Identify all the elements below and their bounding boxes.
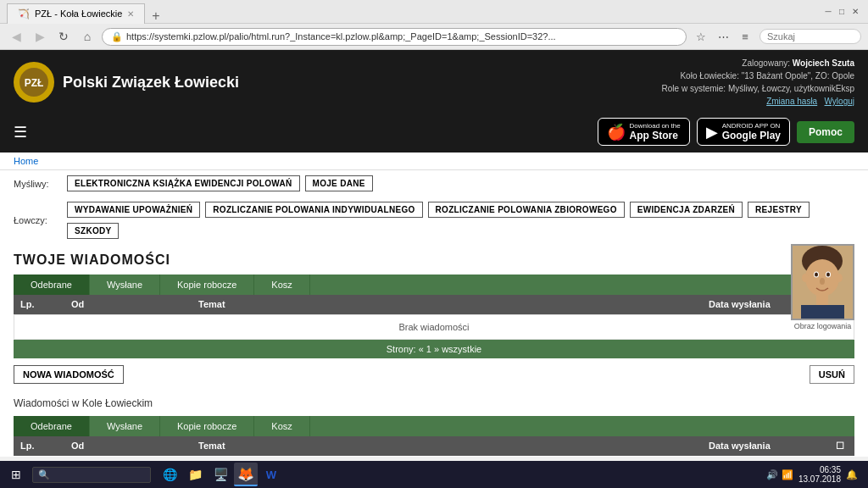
apple-store-sub: Download on the <box>630 122 681 130</box>
logo-icon: PZŁ <box>14 62 54 103</box>
delete-button[interactable]: USUŃ <box>810 365 854 384</box>
lowcy-item-5[interactable]: SZKODY <box>67 223 119 239</box>
tab-kopie[interactable]: Kopie robocze <box>160 274 254 295</box>
kolo-tab-wyslane[interactable]: Wysłane <box>90 416 160 436</box>
store-buttons: 🍎 Download on the App Store ▶ ANDROID AP… <box>598 118 854 146</box>
logo-svg: PZŁ <box>17 65 51 99</box>
change-password-link[interactable]: Zmiana hasła <box>766 97 817 106</box>
user-info: Zalogowany: Wojciech Szuta Koło Łowiecki… <box>662 57 854 108</box>
lowcy-item-2[interactable]: ROZLICZANIE POLOWANIA ZBIOROWEGO <box>428 202 625 218</box>
home-link[interactable]: Home <box>14 156 38 166</box>
search-input[interactable] <box>760 29 861 44</box>
kolo-messages-tabs: Odebrane Wysłane Kopie robocze Kosz <box>14 416 854 436</box>
minimize-button[interactable]: ─ <box>822 6 834 18</box>
address-bar[interactable]: 🔒 https://systemki.pzlow.pl/palio/html.r… <box>102 28 687 46</box>
mysliwy-items: ELEKTRONICZNA KSIĄŻKA EWIDENCJI POLOWAŃ … <box>67 175 373 191</box>
kolo-col-checkbox[interactable]: ☐ <box>829 436 854 456</box>
site-logo: PZŁ Polski Związek Łowiecki <box>14 62 239 103</box>
kolo-messages-title: Wiadomości w Kole Łowieckim <box>14 391 854 413</box>
tab-title: PZŁ - Koła Łowieckie <box>35 8 122 19</box>
close-button[interactable]: ✕ <box>849 6 861 18</box>
svg-point-13 <box>836 274 843 282</box>
messages-table-header: Lp. Od Temat Data wysłania ☐ <box>14 295 854 314</box>
user-name: Wojciech Szuta <box>793 58 854 68</box>
apple-store-button[interactable]: 🍎 Download on the App Store <box>598 118 690 146</box>
apple-icon: 🍎 <box>607 123 626 141</box>
messages-tabs: Odebrane Wysłane Kopie robocze Kosz <box>14 274 854 295</box>
svg-text:PZŁ: PZŁ <box>25 77 44 89</box>
android-store-main: Google Play <box>722 130 781 141</box>
kolo-tab-odebrane[interactable]: Odebrane <box>14 416 90 436</box>
zalogowany-label: Zalogowany: <box>742 58 790 68</box>
svg-point-7 <box>815 273 818 277</box>
profile-photo-container: Obraz logowania <box>791 244 854 330</box>
svg-point-12 <box>802 274 809 282</box>
new-tab-button[interactable]: + <box>148 8 163 24</box>
extension-button[interactable]: ⋯ <box>714 27 732 46</box>
lowcy-item-3[interactable]: EWIDENCJA ZDARZEŃ <box>630 202 743 218</box>
col-temat: Temat <box>192 295 702 314</box>
photo-caption: Obraz logowania <box>791 322 854 330</box>
role-text: Role w systemie: Myśliwy, Łowczy, użytko… <box>662 84 854 93</box>
menu-button[interactable]: ≡ <box>736 27 754 46</box>
kolo-col-temat: Temat <box>192 436 702 456</box>
kolo-tab-kosz[interactable]: Kosz <box>254 416 309 436</box>
ssl-icon: 🔒 <box>111 31 123 42</box>
tab-wyslane[interactable]: Wysłane <box>90 274 160 295</box>
refresh-button[interactable]: ↻ <box>54 27 73 46</box>
back-button[interactable]: ◀ <box>7 27 25 46</box>
tab-odebrane[interactable]: Odebrane <box>14 274 90 295</box>
lowcy-item-1[interactable]: ROZLICZANIE POLOWANIA INDYWIDUALNEGO <box>205 202 422 218</box>
url-text: https://systemki.pzlow.pl/palio/html.run… <box>126 31 677 42</box>
active-tab[interactable]: 🏹 PZŁ - Koła Łowieckie ✕ <box>7 3 145 24</box>
messages-title: TWOJE WIADOMOŚCI <box>14 244 854 274</box>
mysliwy-label: Myśliwy: <box>14 179 60 189</box>
site-name: Polski Związek Łowiecki <box>63 74 239 92</box>
kolo-col-od: Od <box>64 436 192 456</box>
photo-face <box>793 246 853 319</box>
bookmark-button[interactable]: ☆ <box>692 27 710 46</box>
kolo-tab-kopie[interactable]: Kopie robocze <box>160 416 254 436</box>
mysliwy-item-0[interactable]: ELEKTRONICZNA KSIĄŻKA EWIDENCJI POLOWAŃ <box>67 175 300 191</box>
android-icon: ▶ <box>706 123 718 141</box>
logout-link[interactable]: Wyloguj <box>825 97 854 106</box>
svg-rect-10 <box>816 295 828 307</box>
breadcrumb: Home <box>0 152 868 170</box>
mysliwy-menu-section: Myśliwy: ELEKTRONICZNA KSIĄŻKA EWIDENCJI… <box>0 170 868 197</box>
photo-placeholder <box>791 244 854 320</box>
tab-kosz[interactable]: Kosz <box>254 274 309 295</box>
tab-close-btn[interactable]: ✕ <box>127 9 134 19</box>
apple-store-main: App Store <box>630 130 681 141</box>
lowcy-items: WYDAWANIE UPOWAŻNIEŃ ROZLICZANIE POLOWAN… <box>67 202 854 239</box>
col-od: Od <box>64 295 192 314</box>
maximize-button[interactable]: □ <box>836 6 848 18</box>
kolo-col-data: Data wysłania <box>702 436 829 456</box>
kolo-table-header: Lp. Od Temat Data wysłania ☐ <box>14 436 854 456</box>
col-lp: Lp. <box>14 295 64 314</box>
kolo-col-lp: Lp. <box>14 436 64 456</box>
android-store-sub: ANDROID APP ON <box>722 122 781 130</box>
new-message-button[interactable]: NOWA WIADOMOŚĆ <box>14 365 124 384</box>
help-button[interactable]: Pomoc <box>797 121 854 143</box>
lowcy-item-4[interactable]: REJESTRY <box>748 202 810 218</box>
messages-table-body: Brak wiadomości <box>14 314 854 340</box>
lowcy-label: Łowczy: <box>14 215 60 225</box>
mysliwy-item-1[interactable]: MOJE DANE <box>305 175 373 191</box>
kolo-name: "13 Bażant Opole", ZO: Opole <box>742 71 854 80</box>
lowcy-item-0[interactable]: WYDAWANIE UPOWAŻNIEŃ <box>67 202 200 218</box>
tab-favicon: 🏹 <box>18 8 30 19</box>
android-store-button[interactable]: ▶ ANDROID APP ON Google Play <box>697 118 790 146</box>
lowcy-menu-section: Łowczy: WYDAWANIE UPOWAŻNIEŃ ROZLICZANIE… <box>0 197 868 244</box>
kolo-label: Koło Łowieckie: <box>680 71 738 80</box>
svg-rect-11 <box>801 305 844 319</box>
hamburger-menu[interactable]: ☰ <box>14 123 27 141</box>
actions-row: NOWA WIADOMOŚĆ USUŃ <box>14 358 854 391</box>
forward-button[interactable]: ▶ <box>31 27 49 46</box>
svg-point-8 <box>826 273 830 277</box>
pagination[interactable]: Strony: « 1 » wszystkie <box>14 340 854 358</box>
svg-point-9 <box>820 278 825 285</box>
empty-message: Brak wiadomości <box>14 315 854 339</box>
home-button[interactable]: ⌂ <box>78 27 97 46</box>
